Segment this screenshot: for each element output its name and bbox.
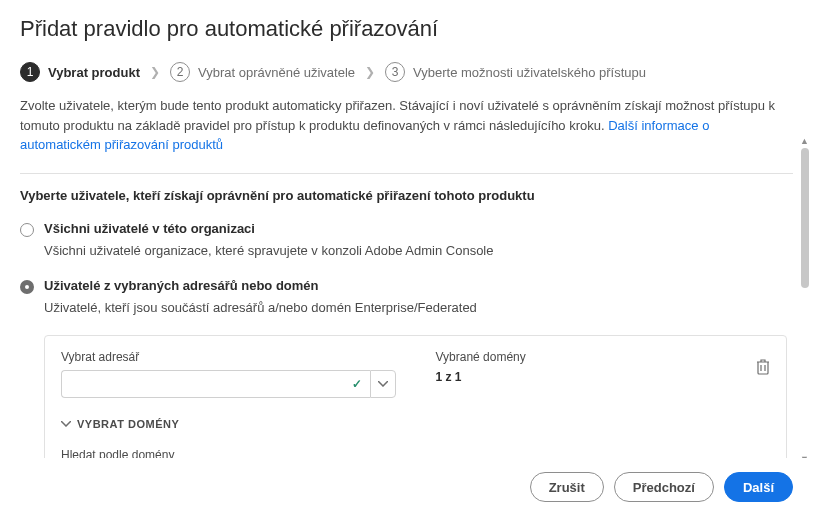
expand-domains[interactable]: VYBRAT DOMÉNY	[61, 418, 770, 430]
radio-icon	[20, 280, 34, 294]
radio-selected-sub: Uživatelé, kteří jsou součástí adresářů …	[44, 300, 793, 315]
description: Zvolte uživatele, kterým bude tento prod…	[20, 96, 793, 155]
step-label: Vyberte možnosti uživatelského přístupu	[413, 65, 646, 80]
section-heading: Vyberte uživatele, kteří získají oprávně…	[20, 188, 793, 203]
step-2[interactable]: 2 Vybrat oprávněné uživatele	[170, 62, 355, 82]
scrollbar-thumb[interactable]	[801, 148, 809, 288]
chevron-down-icon	[61, 421, 71, 427]
radio-selected-dirs[interactable]: Uživatelé z vybraných adresářů nebo domé…	[20, 278, 793, 294]
directory-input[interactable]: ✓	[61, 370, 370, 398]
trash-icon	[756, 359, 770, 375]
step-circle: 1	[20, 62, 40, 82]
directory-combobox[interactable]: ✓	[61, 370, 396, 398]
domains-label: Vybrané domény	[436, 350, 526, 364]
step-label: Vybrat oprávněné uživatele	[198, 65, 355, 80]
radio-icon	[20, 223, 34, 237]
step-1[interactable]: 1 Vybrat produkt	[20, 62, 140, 82]
page-title: Přidat pravidlo pro automatické přiřazov…	[20, 16, 793, 42]
scrollbar-up-arrow[interactable]: ▲	[800, 136, 809, 146]
directory-field-label: Vybrat adresář	[61, 350, 396, 364]
chevron-down-icon	[378, 381, 388, 387]
step-circle: 3	[385, 62, 405, 82]
radio-all-users[interactable]: Všichni uživatelé v této organizaci	[20, 221, 793, 237]
next-button[interactable]: Další	[724, 472, 793, 502]
check-icon: ✓	[352, 377, 362, 391]
footer: Zrušit Předchozí Další	[0, 458, 813, 516]
delete-button[interactable]	[756, 359, 770, 375]
step-3[interactable]: 3 Vyberte možnosti uživatelského přístup…	[385, 62, 646, 82]
expand-label: VYBRAT DOMÉNY	[77, 418, 179, 430]
stepper: 1 Vybrat produkt ❯ 2 Vybrat oprávněné už…	[20, 62, 793, 82]
radio-label: Všichni uživatelé v této organizaci	[44, 221, 255, 236]
step-label: Vybrat produkt	[48, 65, 140, 80]
radio-label: Uživatelé z vybraných adresářů nebo domé…	[44, 278, 319, 293]
previous-button[interactable]: Předchozí	[614, 472, 714, 502]
chevron-right-icon: ❯	[365, 65, 375, 79]
chevron-right-icon: ❯	[150, 65, 160, 79]
directory-dropdown-button[interactable]	[370, 370, 396, 398]
cancel-button[interactable]: Zrušit	[530, 472, 604, 502]
step-circle: 2	[170, 62, 190, 82]
radio-all-sub: Všichni uživatelé organizace, které spra…	[44, 243, 793, 258]
domains-count: 1 z 1	[436, 370, 526, 384]
